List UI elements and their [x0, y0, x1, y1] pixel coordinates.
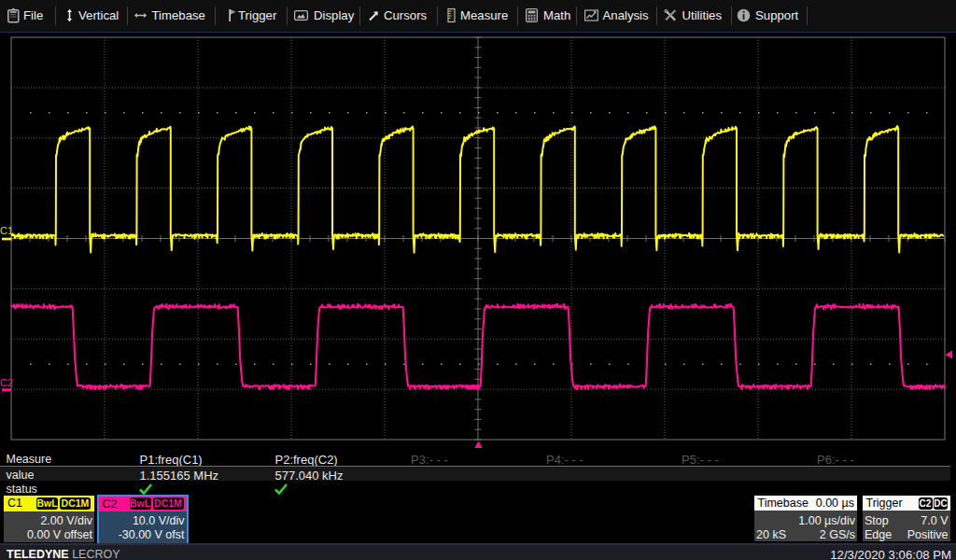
svg-text:C1: C1	[0, 225, 13, 236]
svg-text:C2: C2	[0, 377, 13, 388]
